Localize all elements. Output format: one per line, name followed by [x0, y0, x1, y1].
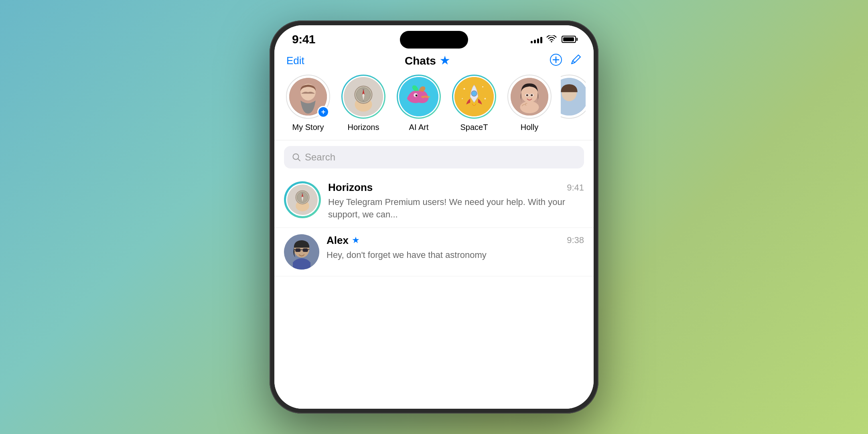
signal-bar-2	[534, 40, 536, 43]
svg-point-29	[531, 94, 533, 96]
horizons-chat-header-row: Horizons 9:41	[328, 181, 584, 194]
alex-chat-name: Alex	[327, 234, 349, 247]
edit-button[interactable]: Edit	[286, 55, 304, 67]
alex-chat-time: 9:38	[567, 235, 584, 245]
signal-bar-4	[540, 37, 542, 43]
story-horizons[interactable]: N S Horizons	[339, 75, 387, 132]
svg-text:N: N	[302, 193, 303, 195]
horizons-chat-avatar-inner: N	[286, 183, 319, 216]
battery-icon	[562, 36, 576, 43]
spacet-label: SpaceT	[460, 123, 488, 132]
header-title: Chats ★	[405, 55, 449, 67]
horizons-chat-content: Horizons 9:41 Hey Telegram Premium users…	[328, 181, 584, 221]
holly-avatar-wrap	[507, 75, 552, 119]
ai-art-ring	[397, 75, 441, 119]
spacet-ring-inner	[453, 76, 495, 118]
svg-point-19	[471, 91, 477, 96]
holly-ring	[507, 75, 552, 119]
my-story-label: My Story	[292, 123, 324, 132]
horizons-avatar-wrap: N S	[341, 75, 385, 119]
alex-chat-header-row: Alex ★ 9:38	[327, 234, 584, 247]
phone-screen: 9:41	[274, 25, 594, 409]
chat-list: N Horizons 9:41 Hey Telegram Premium use…	[274, 175, 594, 409]
search-container: Search	[274, 140, 594, 175]
search-icon	[292, 153, 301, 162]
story-spacet[interactable]: SpaceT	[450, 75, 498, 132]
chats-header: Edit Chats ★	[274, 50, 594, 75]
spacet-avatar-wrap	[452, 75, 496, 119]
chat-item-alex[interactable]: Alex ★ 9:38 Hey, don't forget we have th…	[274, 228, 594, 276]
battery-fill	[563, 37, 574, 41]
status-time: 9:41	[292, 32, 315, 46]
chat-item-horizons[interactable]: N Horizons 9:41 Hey Telegram Premium use…	[274, 175, 594, 228]
alex-chat-avatar-wrap	[284, 234, 319, 270]
ai-art-avatar	[399, 77, 438, 116]
extra-avatar-wrap	[561, 75, 586, 119]
holly-label: Holly	[521, 123, 538, 132]
svg-point-27	[526, 94, 529, 96]
horizons-chat-preview: Hey Telegram Premium users! We need your…	[328, 196, 584, 221]
ai-art-ring-inner	[398, 76, 440, 118]
compose-button[interactable]	[570, 54, 582, 68]
horizons-ring: N S	[341, 75, 385, 119]
ai-art-avatar-wrap	[397, 75, 441, 119]
svg-point-30	[520, 101, 539, 113]
phone-device: 9:41	[270, 20, 598, 414]
extra-avatar	[561, 78, 586, 116]
header-actions	[550, 53, 582, 68]
extra-ring-inner	[561, 77, 586, 117]
horizons-chat-avatar-ring: N	[284, 181, 321, 218]
alex-chat-preview: Hey, don't forget we have that astronomy	[327, 249, 584, 262]
status-icons	[531, 35, 576, 43]
svg-line-34	[298, 159, 300, 161]
horizons-chat-name: Horizons	[328, 181, 373, 194]
search-bar[interactable]: Search	[284, 146, 584, 168]
svg-rect-43	[295, 248, 300, 252]
svg-point-0	[551, 41, 552, 42]
alex-chat-content: Alex ★ 9:38 Hey, don't forget we have th…	[327, 234, 584, 262]
chats-star-icon: ★	[440, 55, 449, 67]
status-bar: 9:41	[274, 25, 594, 50]
story-extra-partial[interactable]	[561, 75, 586, 119]
svg-point-22	[462, 98, 463, 99]
svg-point-20	[464, 88, 465, 89]
add-story-badge[interactable]: +	[317, 106, 329, 118]
spacet-avatar	[454, 77, 494, 116]
svg-point-21	[482, 86, 483, 87]
story-my-story[interactable]: + My Story	[284, 75, 332, 132]
horizons-avatar: N S	[344, 77, 383, 116]
signal-icon	[531, 35, 542, 43]
alex-chat-name-wrap: Alex ★	[327, 234, 360, 247]
search-placeholder-text: Search	[305, 152, 335, 163]
alex-chat-star-icon: ★	[352, 235, 360, 245]
story-ai-art[interactable]: AI Art	[395, 75, 443, 132]
alex-chat-avatar	[284, 234, 319, 270]
new-group-button[interactable]	[550, 53, 562, 68]
svg-text:S: S	[363, 99, 364, 102]
horizons-label: Horizons	[348, 123, 379, 132]
dynamic-island	[400, 31, 468, 49]
story-holly[interactable]: Holly	[505, 75, 554, 132]
holly-avatar	[511, 78, 548, 116]
svg-point-23	[484, 98, 486, 99]
stories-row: + My Story	[274, 75, 594, 140]
signal-bar-1	[531, 41, 533, 43]
holly-ring-inner	[509, 77, 550, 117]
svg-point-17	[416, 95, 418, 97]
svg-rect-44	[303, 248, 308, 252]
ai-art-label: AI Art	[409, 123, 429, 132]
svg-text:N: N	[363, 88, 364, 91]
horizons-ring-inner: N S	[343, 76, 384, 118]
my-story-avatar-wrap: +	[286, 75, 330, 119]
chats-title-text: Chats	[405, 55, 436, 67]
horizons-chat-time: 9:41	[567, 183, 584, 193]
signal-bar-3	[537, 39, 539, 43]
extra-ring	[561, 75, 586, 119]
spacet-ring	[452, 75, 496, 119]
wifi-icon	[546, 35, 557, 43]
